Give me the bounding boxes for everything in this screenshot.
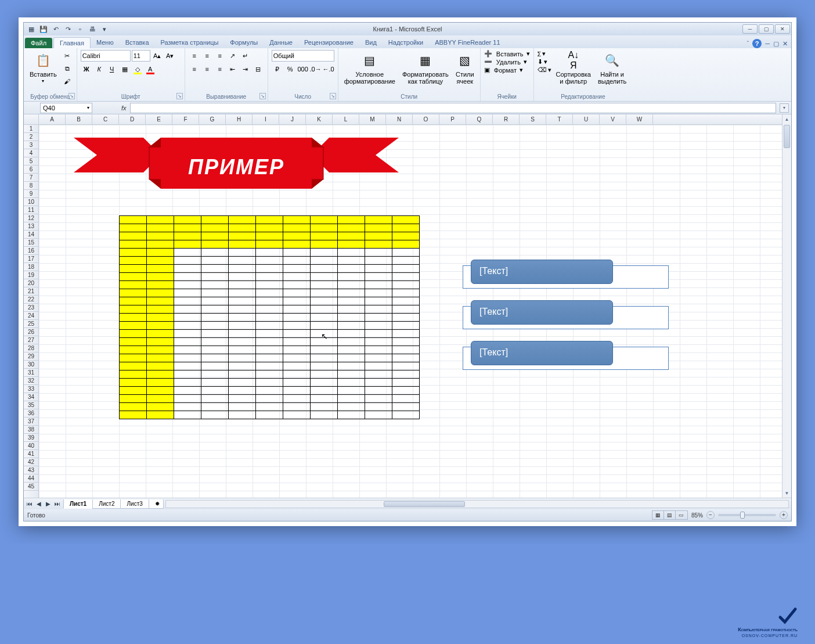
format-cells-button[interactable]: ▣ Формат ▾ [484, 66, 530, 74]
smartart-item[interactable]: [Текст] [463, 300, 669, 327]
table-cell[interactable] [201, 257, 229, 265]
table-cell[interactable] [147, 370, 174, 379]
decrease-indent-icon[interactable]: ⇤ [227, 63, 239, 75]
table-cell[interactable] [174, 240, 201, 249]
table-cell[interactable] [283, 305, 311, 314]
grow-font-icon[interactable]: A▴ [152, 50, 163, 62]
table-cell[interactable] [338, 297, 365, 305]
table-cell[interactable] [338, 362, 365, 370]
row-header-2[interactable]: 2 [24, 133, 38, 141]
table-cell[interactable] [365, 395, 392, 403]
table-cell[interactable] [201, 362, 229, 370]
table-cell[interactable] [256, 289, 283, 297]
smartart-shape[interactable]: [Текст][Текст][Текст] [463, 260, 669, 382]
align-bottom-icon[interactable]: ≡ [214, 50, 226, 62]
row-header-18[interactable]: 18 [24, 263, 38, 271]
row-header-36[interactable]: 36 [24, 409, 38, 418]
clear-button[interactable]: ⌫▾ [538, 66, 551, 74]
table-cell[interactable] [174, 370, 201, 379]
alignment-launcher-icon[interactable]: ↘ [259, 93, 266, 99]
col-header-J[interactable]: J [279, 114, 306, 124]
table-cell[interactable] [174, 232, 201, 240]
table-cell[interactable] [229, 403, 256, 411]
table-cell[interactable] [256, 216, 283, 224]
row-header-1[interactable]: 1 [24, 125, 38, 133]
table-cell[interactable] [120, 330, 147, 338]
smartart-text[interactable]: [Текст] [471, 341, 613, 365]
table-cell[interactable] [120, 346, 147, 354]
number-launcher-icon[interactable]: ↘ [330, 93, 336, 99]
table-cell[interactable] [283, 314, 311, 322]
col-header-E[interactable]: E [146, 114, 172, 124]
tab-разметка-страницы[interactable]: Разметка страницы [155, 37, 225, 48]
table-cell[interactable] [283, 411, 311, 419]
table-cell[interactable] [338, 232, 365, 240]
table-cell[interactable] [392, 346, 420, 354]
table-cell[interactable] [174, 354, 201, 362]
row-header-8[interactable]: 8 [24, 182, 38, 190]
row-header-45[interactable]: 45 [24, 483, 38, 491]
table-cell[interactable] [229, 216, 256, 224]
table-cell[interactable] [338, 338, 365, 346]
table-cell[interactable] [392, 338, 420, 346]
table-cell[interactable] [201, 305, 229, 314]
col-header-V[interactable]: V [600, 114, 626, 124]
col-header-M[interactable]: M [359, 114, 386, 124]
data-table[interactable] [119, 215, 420, 419]
horizontal-scroll-thumb[interactable] [384, 501, 465, 507]
align-center-icon[interactable]: ≡ [201, 63, 213, 75]
table-cell[interactable] [174, 322, 201, 330]
table-cell[interactable] [201, 338, 229, 346]
table-cell[interactable] [256, 395, 283, 403]
table-cell[interactable] [201, 370, 229, 379]
table-cell[interactable] [201, 395, 229, 403]
col-header-G[interactable]: G [199, 114, 226, 124]
table-cell[interactable] [283, 297, 311, 305]
table-cell[interactable] [338, 346, 365, 354]
table-cell[interactable] [365, 330, 392, 338]
table-cell[interactable] [365, 322, 392, 330]
sheet-tab-Лист2[interactable]: Лист2 [92, 499, 121, 509]
table-cell[interactable] [229, 224, 256, 232]
banner-shape[interactable]: ПРИМЕР [74, 131, 399, 195]
percent-icon[interactable]: % [284, 63, 296, 75]
new-sheet-button[interactable]: ✸ [149, 499, 164, 509]
table-cell[interactable] [174, 281, 201, 289]
table-cell[interactable] [311, 411, 338, 419]
table-cell[interactable] [147, 281, 174, 289]
normal-view-icon[interactable]: ▦ [652, 511, 664, 519]
row-header-5[interactable]: 5 [24, 157, 38, 166]
table-cell[interactable] [229, 354, 256, 362]
row-header-21[interactable]: 21 [24, 287, 38, 296]
table-cell[interactable] [392, 411, 420, 419]
row-header-11[interactable]: 11 [24, 206, 38, 214]
orientation-icon[interactable]: ↗ [227, 50, 239, 62]
table-cell[interactable] [283, 240, 311, 249]
col-header-C[interactable]: C [92, 114, 119, 124]
table-cell[interactable] [120, 265, 147, 273]
row-header-20[interactable]: 20 [24, 279, 38, 287]
table-cell[interactable] [256, 273, 283, 281]
font-size-select[interactable] [132, 50, 150, 62]
table-cell[interactable] [120, 240, 147, 249]
table-cell[interactable] [229, 257, 256, 265]
col-header-B[interactable]: B [66, 114, 92, 124]
table-cell[interactable] [392, 289, 420, 297]
col-header-H[interactable]: H [226, 114, 253, 124]
tab-главная[interactable]: Главная [53, 37, 91, 48]
table-cell[interactable] [120, 395, 147, 403]
table-cell[interactable] [147, 387, 174, 395]
row-header-40[interactable]: 40 [24, 442, 38, 450]
table-cell[interactable] [311, 273, 338, 281]
prev-sheet-icon[interactable]: ◀ [34, 499, 44, 509]
table-cell[interactable] [120, 387, 147, 395]
table-cell[interactable] [338, 314, 365, 322]
table-cell[interactable] [338, 273, 365, 281]
table-cell[interactable] [256, 281, 283, 289]
table-cell[interactable] [120, 338, 147, 346]
table-cell[interactable] [201, 322, 229, 330]
table-cell[interactable] [147, 338, 174, 346]
table-cell[interactable] [311, 403, 338, 411]
table-cell[interactable] [147, 240, 174, 249]
font-launcher-icon[interactable]: ↘ [176, 93, 183, 99]
